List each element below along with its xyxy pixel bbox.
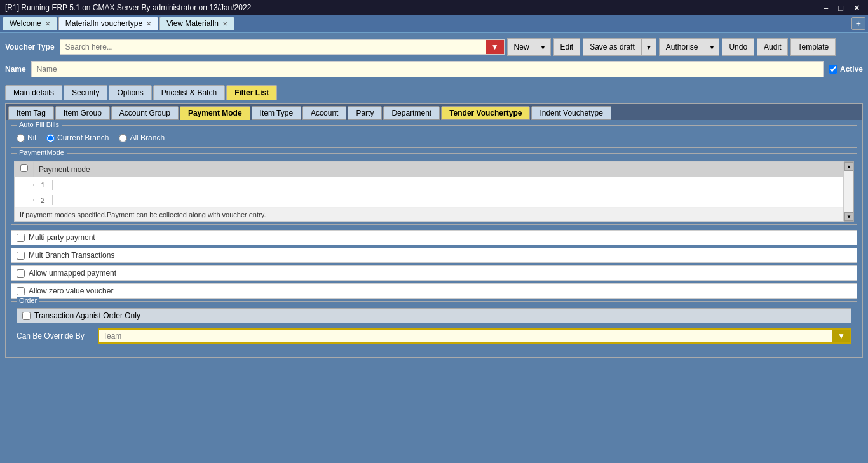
minimize-button[interactable]: –: [821, 3, 831, 13]
inner-tab-party[interactable]: Party: [348, 106, 382, 120]
tab-welcome-close[interactable]: ✕: [45, 20, 50, 27]
tab-welcome-label: Welcome: [10, 19, 41, 28]
override-input[interactable]: [99, 330, 832, 342]
scroll-down-arrow[interactable]: ▼: [844, 212, 853, 221]
payment-grid-row-1: 1: [15, 177, 843, 192]
authorise-button-group: Authorise ▼: [659, 38, 720, 56]
mult-branch-label: Mult Branch Transactions: [29, 251, 114, 260]
toolbar: Voucher Type ▼ New ▼ Edit Save as draft …: [5, 38, 863, 56]
search-input[interactable]: [60, 40, 486, 54]
add-tab-button[interactable]: +: [851, 17, 865, 30]
search-dropdown-button[interactable]: ▼: [486, 40, 504, 54]
multi-party-label: Multi party payment: [29, 233, 95, 242]
tab-filter-list[interactable]: Filter List: [226, 85, 277, 100]
window-controls: – □ ✕: [821, 3, 863, 13]
save-as-draft-button[interactable]: Save as draft: [583, 38, 641, 56]
tab-materialin-close[interactable]: ✕: [146, 20, 151, 27]
inner-tab-account-group[interactable]: Account Group: [111, 106, 179, 120]
payment-mode-legend: PaymentMode: [17, 149, 67, 156]
radio-all-branch-input[interactable]: [119, 134, 127, 142]
radio-current-branch-input[interactable]: [46, 134, 55, 142]
allow-zero-checkbox[interactable]: [17, 287, 25, 295]
transaction-order-row: Transaction Aganist Order Only: [17, 308, 851, 323]
window-title: [R1] Running ERP 5.1 on CMAX Server By a…: [5, 3, 251, 12]
header-check-col: [15, 162, 34, 177]
payment-mode-section: PaymentMode Payment mode 1: [11, 153, 857, 225]
allow-zero-label: Allow zero value voucher: [29, 286, 113, 295]
scroll-up-arrow[interactable]: ▲: [844, 162, 853, 171]
title-bar: [R1] Running ERP 5.1 on CMAX Server By a…: [0, 0, 868, 15]
inner-tab-item-type[interactable]: Item Type: [252, 106, 301, 120]
save-as-draft-group: Save as draft ▼: [583, 38, 656, 56]
row1-check[interactable]: [15, 184, 34, 186]
main-content: Voucher Type ▼ New ▼ Edit Save as draft …: [0, 33, 868, 363]
mult-branch-checkbox[interactable]: [17, 252, 25, 260]
radio-all-branch[interactable]: All Branch: [119, 133, 165, 142]
inner-tab-tender-vouchertype[interactable]: Tender Vouchertype: [441, 106, 530, 120]
override-row: Can Be Override By ▼: [17, 328, 851, 344]
payment-grid: Payment mode 1 2 If payment modes specif…: [14, 161, 854, 222]
allow-unmapped-row: Allow unmapped payment: [11, 265, 857, 281]
tab-security[interactable]: Security: [64, 85, 107, 100]
tab-main-details[interactable]: Main details: [5, 85, 62, 100]
allow-unmapped-label: Allow unmapped payment: [29, 269, 116, 278]
new-button-group: New ▼: [507, 38, 551, 56]
tab-materialin-vouchertype[interactable]: MaterialIn vouchertype ✕: [58, 17, 158, 30]
close-button[interactable]: ✕: [851, 3, 863, 13]
allow-zero-row: Allow zero value voucher: [11, 283, 857, 299]
restore-button[interactable]: □: [836, 3, 846, 13]
tab-materialin-label: MaterialIn vouchertype: [65, 19, 142, 28]
tab-view-close[interactable]: ✕: [222, 20, 227, 27]
name-input[interactable]: [31, 61, 824, 77]
payment-grid-header: Payment mode: [15, 162, 843, 177]
auto-fill-content: Nil Current Branch All Branch: [11, 126, 857, 147]
inner-tab-account[interactable]: Account: [302, 106, 346, 120]
active-label: Active: [840, 65, 863, 74]
auto-fill-legend: Auto Fill Bills: [17, 121, 62, 128]
search-container: ▼: [60, 39, 505, 55]
name-row: Name Active: [5, 61, 863, 77]
audit-button[interactable]: Audit: [757, 38, 788, 56]
tab-view-materialin[interactable]: View MaterialIn ✕: [159, 17, 234, 30]
row2-num: 2: [34, 195, 53, 205]
inner-tab-item-group[interactable]: Item Group: [55, 106, 110, 120]
multi-party-row: Multi party payment: [11, 230, 857, 245]
header-mode-col: Payment mode: [34, 163, 843, 177]
authorise-button[interactable]: Authorise: [659, 38, 705, 56]
tab-pricelist-batch[interactable]: Pricelist & Batch: [153, 85, 225, 100]
header-checkbox[interactable]: [20, 164, 28, 172]
transaction-order-checkbox[interactable]: [22, 312, 31, 320]
inner-tab-department[interactable]: Department: [383, 106, 440, 120]
template-button[interactable]: Template: [790, 38, 836, 56]
order-legend: Order: [17, 297, 39, 304]
allow-unmapped-checkbox[interactable]: [17, 269, 25, 278]
payment-grid-row-2: 2: [15, 192, 843, 208]
payment-grid-inner: Payment mode 1 2 If payment modes specif…: [14, 161, 844, 222]
active-checkbox-group: Active: [829, 65, 863, 74]
inner-tab-payment-mode[interactable]: Payment Mode: [180, 106, 250, 120]
inner-tab-item-tag[interactable]: Item Tag: [8, 106, 54, 120]
new-button[interactable]: New: [507, 38, 536, 56]
tab-welcome[interactable]: Welcome ✕: [3, 17, 57, 30]
row2-data: [53, 199, 843, 201]
active-checkbox[interactable]: [829, 65, 837, 74]
save-as-draft-arrow[interactable]: ▼: [641, 38, 656, 56]
row2-check[interactable]: [15, 199, 34, 201]
edit-button[interactable]: Edit: [553, 38, 581, 56]
grid-scrollbar[interactable]: ▲ ▼: [844, 161, 854, 222]
multi-party-checkbox[interactable]: [17, 234, 25, 242]
row1-data: [53, 184, 843, 186]
inner-tab-indent-vouchetype[interactable]: Indent Vouchetype: [531, 106, 611, 120]
undo-button[interactable]: Undo: [722, 38, 754, 56]
payment-info-text: If payment modes specified.Payment can b…: [15, 208, 843, 221]
tab-options[interactable]: Options: [109, 85, 151, 100]
radio-current-branch[interactable]: Current Branch: [46, 133, 109, 142]
auto-fill-section: Auto Fill Bills Nil Current Branch All B…: [11, 125, 857, 148]
radio-nil-input[interactable]: [17, 134, 25, 142]
inner-tabs: Item Tag Item Group Account Group Paymen…: [8, 106, 860, 120]
radio-nil[interactable]: Nil: [17, 133, 36, 142]
authorise-arrow-button[interactable]: ▼: [705, 38, 720, 56]
new-arrow-button[interactable]: ▼: [536, 38, 551, 56]
row1-num: 1: [34, 180, 53, 190]
override-dropdown-button[interactable]: ▼: [832, 330, 850, 342]
